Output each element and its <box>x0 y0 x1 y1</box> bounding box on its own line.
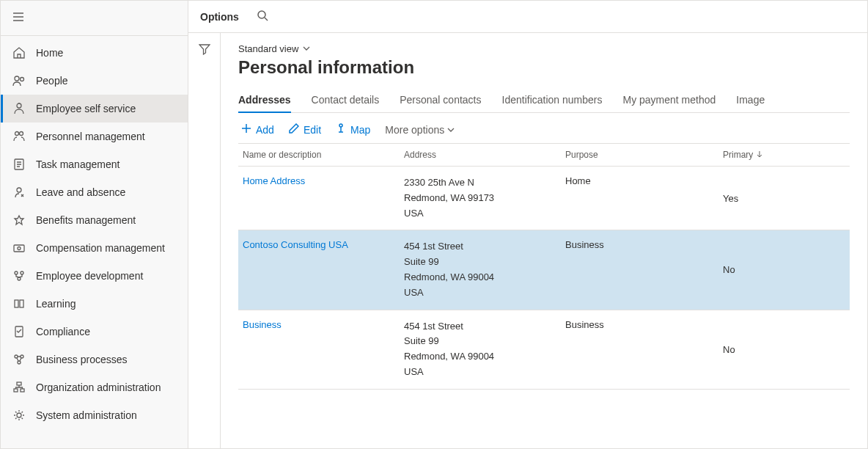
address-grid: Name or description Address Purpose Prim… <box>238 143 850 390</box>
sidebar-item-task[interactable]: Task management <box>1 150 188 178</box>
row-purpose: Business <box>565 319 723 380</box>
sidebar: HomePeopleEmployee self servicePersonnel… <box>1 1 188 448</box>
plus-icon <box>241 123 251 136</box>
system-icon <box>12 409 26 422</box>
svg-point-0 <box>15 76 19 81</box>
search-icon <box>257 12 268 23</box>
svg-point-6 <box>17 188 21 192</box>
row-purpose: Business <box>565 239 723 300</box>
self-service-icon <box>12 102 26 115</box>
sidebar-item-org[interactable]: Organization administration <box>1 373 188 401</box>
edit-button[interactable]: Edit <box>289 123 321 136</box>
search-button[interactable] <box>257 10 268 23</box>
more-label: More options <box>385 124 444 136</box>
sidebar-item-label: Employee self service <box>36 103 136 114</box>
hamburger-menu[interactable] <box>1 1 188 36</box>
map-label: Map <box>350 124 370 136</box>
compensation-icon <box>12 241 26 255</box>
row-address: 454 1st Street Suite 99 Redmond, WA 9900… <box>404 239 565 300</box>
svg-point-15 <box>15 355 18 358</box>
col-header-primary[interactable]: Primary <box>723 150 845 160</box>
svg-rect-12 <box>15 300 18 307</box>
col-header-purpose[interactable]: Purpose <box>565 150 723 160</box>
sidebar-item-label: Personnel management <box>36 131 145 142</box>
table-row[interactable]: Contoso Consulting USA454 1st Street Sui… <box>238 230 850 310</box>
sidebar-item-leave[interactable]: Leave and absence <box>1 178 188 206</box>
svg-point-1 <box>21 78 24 81</box>
tab-contact-details[interactable]: Contact details <box>312 88 380 112</box>
chevron-down-icon <box>303 43 310 54</box>
svg-point-2 <box>17 103 21 108</box>
row-primary: No <box>723 239 845 300</box>
col-primary-label: Primary <box>723 150 753 160</box>
hamburger-icon <box>12 14 24 25</box>
processes-icon <box>12 353 26 366</box>
sidebar-item-processes[interactable]: Business processes <box>1 346 188 373</box>
row-name-link[interactable]: Business <box>243 319 282 330</box>
svg-rect-7 <box>14 245 24 252</box>
edit-label: Edit <box>304 124 321 136</box>
svg-point-3 <box>15 132 19 136</box>
sidebar-item-label: Learning <box>36 298 76 310</box>
filter-column <box>188 33 221 448</box>
svg-point-21 <box>17 413 21 417</box>
content: Standard view Personal information Addre… <box>221 33 867 448</box>
compliance-icon <box>12 325 26 338</box>
chevron-down-icon <box>447 124 455 136</box>
filter-icon <box>199 46 210 57</box>
tab-identification-numbers[interactable]: Identification numbers <box>502 88 603 112</box>
sidebar-item-self-service[interactable]: Employee self service <box>1 95 188 123</box>
table-row[interactable]: Home Address2330 25th Ave N Redmond, WA … <box>238 167 850 230</box>
tab-addresses[interactable]: Addresses <box>238 88 291 113</box>
sidebar-item-learning[interactable]: Learning <box>1 290 188 318</box>
svg-point-8 <box>18 247 21 250</box>
sidebar-item-personnel[interactable]: Personnel management <box>1 123 188 150</box>
org-icon <box>12 381 26 394</box>
sidebar-item-system[interactable]: System administration <box>1 401 188 429</box>
view-label: Standard view <box>238 43 298 54</box>
personnel-icon <box>12 130 26 143</box>
row-purpose: Home <box>565 175 723 221</box>
sidebar-item-label: System administration <box>36 409 137 421</box>
row-address: 2330 25th Ave N Redmond, WA 99173 USA <box>404 175 565 221</box>
col-header-address[interactable]: Address <box>404 150 565 160</box>
tab-image[interactable]: Image <box>736 88 765 112</box>
development-icon <box>12 269 26 282</box>
svg-rect-18 <box>17 382 21 385</box>
svg-point-22 <box>258 11 265 18</box>
people-icon <box>12 74 26 87</box>
task-icon <box>12 158 26 171</box>
view-switcher[interactable]: Standard view <box>238 43 850 54</box>
row-address: 454 1st Street Suite 99 Redmond, WA 9900… <box>404 319 565 380</box>
more-options-button[interactable]: More options <box>385 124 455 136</box>
svg-rect-20 <box>21 389 24 392</box>
sidebar-item-development[interactable]: Employee development <box>1 262 188 290</box>
row-name-link[interactable]: Contoso Consulting USA <box>243 239 348 250</box>
sidebar-item-compensation[interactable]: Compensation management <box>1 234 188 262</box>
sidebar-item-label: Organization administration <box>36 382 161 393</box>
add-button[interactable]: Add <box>241 123 274 136</box>
col-header-name[interactable]: Name or description <box>243 150 404 160</box>
map-button[interactable]: Map <box>336 123 370 136</box>
benefits-icon <box>12 213 26 227</box>
svg-rect-19 <box>14 389 18 392</box>
row-primary: No <box>723 319 845 380</box>
pencil-icon <box>289 123 299 136</box>
nav-list: HomePeopleEmployee self servicePersonnel… <box>1 36 188 448</box>
sidebar-item-home[interactable]: Home <box>1 39 188 67</box>
grid-header: Name or description Address Purpose Prim… <box>238 144 850 167</box>
options-menu[interactable]: Options <box>200 11 239 23</box>
tabs: AddressesContact detailsPersonal contact… <box>238 88 850 113</box>
table-row[interactable]: Business454 1st Street Suite 99 Redmond,… <box>238 310 850 390</box>
tab-my-payment-method[interactable]: My payment method <box>622 88 716 112</box>
sidebar-item-benefits[interactable]: Benefits management <box>1 206 188 234</box>
sidebar-item-people[interactable]: People <box>1 67 188 95</box>
filter-button[interactable] <box>199 43 210 448</box>
sidebar-item-compliance[interactable]: Compliance <box>1 318 188 346</box>
svg-point-4 <box>20 132 23 136</box>
row-name-link[interactable]: Home Address <box>243 175 305 186</box>
sidebar-item-label: Employee development <box>36 270 143 282</box>
map-pin-icon <box>336 123 346 136</box>
svg-point-9 <box>15 271 18 274</box>
tab-personal-contacts[interactable]: Personal contacts <box>400 88 481 112</box>
